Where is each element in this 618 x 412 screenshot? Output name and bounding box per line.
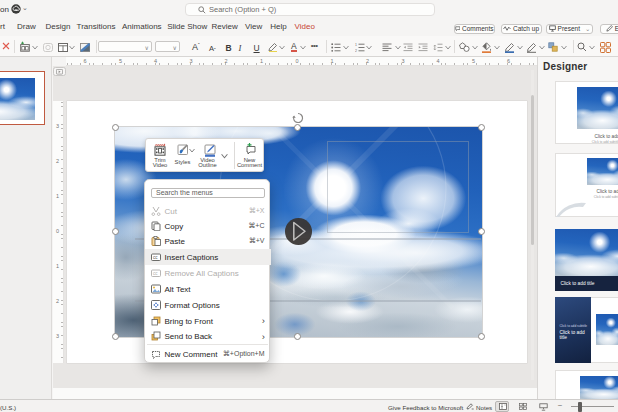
svg-text:1: 1	[355, 43, 357, 47]
svg-text:cc: cc	[153, 255, 158, 260]
svg-text:cc: cc	[153, 271, 158, 276]
svg-text:2: 2	[355, 48, 357, 51]
